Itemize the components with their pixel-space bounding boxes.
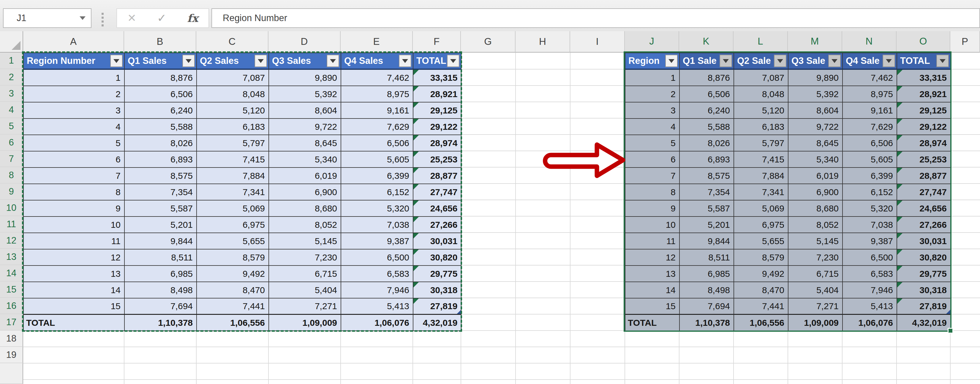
select-all-corner[interactable] [0, 31, 23, 53]
cell-C13[interactable]: 8,579 [197, 249, 269, 266]
cell-E13[interactable]: 6,500 [341, 249, 414, 266]
cell-F3[interactable]: 28,921 [414, 86, 461, 102]
row-header-1[interactable]: 1 [0, 53, 23, 69]
red-arrow-shape[interactable] [541, 142, 626, 179]
row-header-3[interactable]: 3 [0, 86, 23, 102]
cell-D7[interactable]: 5,340 [269, 151, 341, 168]
filter-button-C1[interactable] [255, 55, 267, 67]
column-header-I[interactable]: I [570, 31, 625, 53]
row-header-12[interactable]: 12 [0, 233, 23, 249]
cell-C4[interactable]: 5,120 [197, 102, 269, 119]
cell-A5[interactable]: 4 [24, 119, 125, 135]
cell-F5[interactable]: 29,122 [414, 119, 461, 135]
cell-F16[interactable]: 27,819 [414, 298, 461, 315]
name-box[interactable]: J1 [3, 8, 91, 28]
cell-E14[interactable]: 6,583 [341, 266, 414, 282]
filter-button-B1[interactable] [182, 55, 195, 67]
cell-A11[interactable]: 10 [24, 217, 125, 233]
formula-bar[interactable]: Region Number [212, 8, 980, 28]
cancel-icon[interactable]: ✕ [127, 12, 136, 24]
cell-D5[interactable]: 9,722 [269, 119, 341, 135]
row-header-5[interactable]: 5 [0, 118, 23, 135]
column-header-H[interactable]: H [515, 31, 570, 53]
column-header-J[interactable]: J [625, 31, 679, 53]
cell-C10[interactable]: 5,069 [197, 201, 269, 217]
name-box-dropdown-icon[interactable] [80, 16, 86, 20]
cell-B9[interactable]: 7,354 [125, 184, 197, 201]
row-header-18[interactable]: 18 [0, 331, 23, 347]
cell-C9[interactable]: 7,341 [197, 184, 269, 201]
cell-E1[interactable]: Q4 Sales [341, 53, 414, 70]
column-header-F[interactable]: F [413, 31, 461, 53]
cell-D11[interactable]: 8,052 [269, 217, 341, 233]
cell-A12[interactable]: 11 [24, 233, 125, 249]
cell-F15[interactable]: 30,318 [414, 282, 461, 298]
filter-button-E1[interactable] [399, 55, 411, 67]
cell-C12[interactable]: 5,655 [197, 233, 269, 249]
filter-button-F1[interactable] [447, 55, 460, 67]
cell-F8[interactable]: 28,877 [414, 168, 461, 184]
cell-F7[interactable]: 25,253 [414, 151, 461, 168]
row-header-9[interactable]: 9 [0, 183, 23, 200]
column-header-K[interactable]: K [679, 31, 733, 53]
cell-D12[interactable]: 5,145 [269, 233, 341, 249]
cell-C5[interactable]: 6,183 [197, 119, 269, 135]
column-header-B[interactable]: B [124, 31, 196, 53]
cell-F6[interactable]: 28,974 [414, 135, 461, 151]
fill-handle[interactable] [948, 328, 953, 333]
row-header-17[interactable]: 17 [0, 314, 23, 331]
cell-A16[interactable]: 15 [24, 298, 125, 315]
column-header-O[interactable]: O [897, 31, 950, 53]
row-header-7[interactable]: 7 [0, 151, 23, 167]
cell-C3[interactable]: 8,048 [197, 86, 269, 102]
row-header-8[interactable]: 8 [0, 167, 23, 183]
row-header-4[interactable]: 4 [0, 102, 23, 118]
cell-A13[interactable]: 12 [24, 249, 125, 266]
cell-E12[interactable]: 9,387 [341, 233, 414, 249]
cell-A15[interactable]: 14 [24, 282, 125, 298]
cell-B15[interactable]: 8,498 [125, 282, 197, 298]
cell-B5[interactable]: 5,588 [125, 119, 197, 135]
row-header-6[interactable]: 6 [0, 135, 23, 151]
cell-B16[interactable]: 7,694 [125, 298, 197, 315]
cell-C2[interactable]: 7,087 [197, 70, 269, 86]
table-resize-handle[interactable] [457, 310, 461, 314]
column-header-C[interactable]: C [196, 31, 269, 53]
cell-F17[interactable]: 4,32,019 [414, 315, 461, 331]
column-header-N[interactable]: N [842, 31, 897, 53]
column-header-P[interactable]: P [950, 31, 980, 53]
cell-D9[interactable]: 6,900 [269, 184, 341, 201]
cell-E11[interactable]: 7,038 [341, 217, 414, 233]
cell-D13[interactable]: 7,230 [269, 249, 341, 266]
cell-D8[interactable]: 6,019 [269, 168, 341, 184]
cell-B6[interactable]: 8,026 [125, 135, 197, 151]
cell-E15[interactable]: 7,946 [341, 282, 414, 298]
cell-C14[interactable]: 9,492 [197, 266, 269, 282]
cell-B3[interactable]: 6,506 [125, 86, 197, 102]
cell-D10[interactable]: 8,680 [269, 201, 341, 217]
cell-A4[interactable]: 3 [24, 102, 125, 119]
cell-E7[interactable]: 5,605 [341, 151, 414, 168]
insert-function-icon[interactable]: fx [187, 12, 198, 24]
cell-F14[interactable]: 29,775 [414, 266, 461, 282]
cell-A3[interactable]: 2 [24, 86, 125, 102]
cell-C16[interactable]: 7,441 [197, 298, 269, 315]
cell-A9[interactable]: 8 [24, 184, 125, 201]
row-header-21-partial[interactable] [0, 363, 23, 384]
row-header-2[interactable]: 2 [0, 69, 23, 86]
cell-E6[interactable]: 6,506 [341, 135, 414, 151]
cell-F4[interactable]: 29,125 [414, 102, 461, 119]
cell-D15[interactable]: 5,404 [269, 282, 341, 298]
cell-B7[interactable]: 6,893 [125, 151, 197, 168]
cell-B12[interactable]: 9,844 [125, 233, 197, 249]
cell-B4[interactable]: 6,240 [125, 102, 197, 119]
cell-A17[interactable]: TOTAL [24, 315, 125, 331]
cell-C6[interactable]: 5,797 [197, 135, 269, 151]
cell-E4[interactable]: 9,161 [341, 102, 414, 119]
row-header-10[interactable]: 10 [0, 200, 23, 216]
cell-E3[interactable]: 8,975 [341, 86, 414, 102]
cell-E9[interactable]: 6,152 [341, 184, 414, 201]
filter-button-A1[interactable] [110, 55, 123, 67]
cell-B11[interactable]: 5,201 [125, 217, 197, 233]
cell-E2[interactable]: 7,462 [341, 70, 414, 86]
